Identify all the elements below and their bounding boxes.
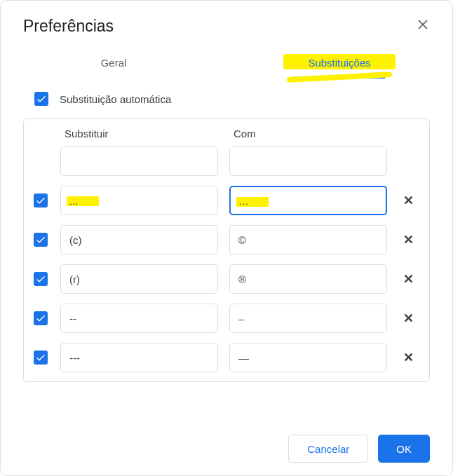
check-icon xyxy=(35,195,46,206)
delete-row-button[interactable]: ✕ xyxy=(400,231,417,248)
close-icon: ✕ xyxy=(403,311,414,326)
table-row: (c)©✕ xyxy=(32,225,418,254)
tab-general[interactable]: Geral xyxy=(1,48,226,79)
table-row: --–✕ xyxy=(32,304,418,333)
dialog-header: Preferências xyxy=(1,1,452,44)
replace-input[interactable]: ... xyxy=(60,186,218,215)
with-input[interactable]: – xyxy=(229,304,387,333)
check-icon xyxy=(35,352,46,363)
check-icon xyxy=(35,234,46,245)
replace-value: -- xyxy=(69,313,76,325)
table-row: (r)®✕ xyxy=(32,264,418,294)
table-row xyxy=(32,147,418,176)
delete-row-button[interactable]: ✕ xyxy=(400,310,417,327)
row-checkbox[interactable] xyxy=(34,272,48,286)
delete-row-button[interactable]: ✕ xyxy=(400,192,417,209)
replace-input[interactable]: (r) xyxy=(60,264,218,294)
header-replace: Substituir xyxy=(60,128,218,140)
substitution-table: Substituir Com ...…✕(c)©✕(r)®✕--–✕---—✕ xyxy=(23,118,430,382)
row-checkbox[interactable] xyxy=(34,351,48,365)
with-input[interactable]: … xyxy=(229,186,387,215)
row-checkbox[interactable] xyxy=(34,233,48,247)
replace-value: (c) xyxy=(69,234,82,246)
with-value: © xyxy=(238,234,246,246)
replace-input[interactable]: -- xyxy=(60,304,218,333)
delete-row-button[interactable]: ✕ xyxy=(400,349,417,366)
check-icon xyxy=(35,313,46,324)
column-headers: Substituir Com xyxy=(32,128,418,140)
replace-value: --- xyxy=(69,352,80,364)
with-value: – xyxy=(238,313,244,325)
row-checkbox[interactable] xyxy=(34,311,48,325)
dialog-footer: Cancelar OK xyxy=(1,422,452,475)
auto-substitution-row: Substituição automática xyxy=(34,92,430,106)
table-row: ---—✕ xyxy=(32,343,418,372)
content-area: Substituição automática xyxy=(1,79,452,118)
close-icon: ✕ xyxy=(403,350,414,365)
dialog-title: Preferências xyxy=(23,17,114,36)
replace-input[interactable]: --- xyxy=(60,343,218,372)
substitution-scroll[interactable]: Substituir Com ...…✕(c)©✕(r)®✕--–✕---—✕ xyxy=(24,119,429,381)
close-icon: ✕ xyxy=(403,232,414,247)
close-icon: ✕ xyxy=(403,193,414,208)
row-checkbox[interactable] xyxy=(34,193,48,208)
with-input[interactable] xyxy=(229,147,387,176)
check-icon xyxy=(36,93,47,104)
with-input[interactable]: — xyxy=(229,343,387,372)
replace-input[interactable]: (c) xyxy=(60,225,218,254)
auto-substitution-checkbox[interactable] xyxy=(34,92,48,106)
with-value: — xyxy=(238,352,249,364)
highlight-marker xyxy=(236,197,269,207)
with-value: ® xyxy=(238,273,246,285)
close-button[interactable] xyxy=(410,13,435,39)
cancel-button[interactable]: Cancelar xyxy=(288,435,368,463)
table-row: ...…✕ xyxy=(32,186,418,215)
header-with: Com xyxy=(229,128,387,140)
with-input[interactable]: © xyxy=(229,225,387,254)
preferences-dialog: Preferências Geral Substituições Substit… xyxy=(0,0,453,476)
replace-input[interactable] xyxy=(60,147,218,176)
check-icon xyxy=(35,273,46,285)
tab-substitutions[interactable]: Substituições xyxy=(226,48,452,79)
tab-bar: Geral Substituições xyxy=(1,48,452,79)
close-icon xyxy=(416,18,430,35)
ok-button[interactable]: OK xyxy=(378,435,430,463)
auto-substitution-label: Substituição automática xyxy=(60,93,171,105)
delete-row-button[interactable]: ✕ xyxy=(400,271,417,287)
with-input[interactable]: ® xyxy=(229,264,387,294)
replace-value: (r) xyxy=(69,273,80,285)
close-icon: ✕ xyxy=(403,271,414,287)
highlight-marker xyxy=(67,196,99,206)
